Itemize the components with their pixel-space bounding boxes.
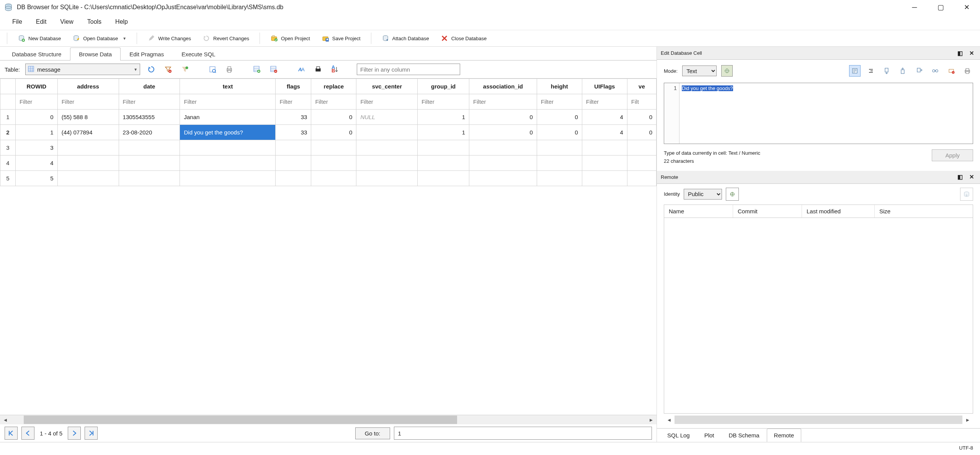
grid-cell[interactable]: 0 bbox=[469, 125, 537, 140]
column-filter-input[interactable] bbox=[184, 98, 271, 105]
mode-select[interactable]: Text bbox=[682, 65, 717, 76]
col-header[interactable]: association_id bbox=[469, 79, 537, 94]
grid-cell[interactable] bbox=[180, 171, 276, 186]
col-commit[interactable]: Commit bbox=[733, 205, 802, 218]
column-filter-input[interactable] bbox=[123, 98, 176, 105]
grid-cell[interactable]: 0 bbox=[627, 125, 656, 140]
grid-cell[interactable]: 1 bbox=[418, 110, 469, 125]
undock-button[interactable]: ◧ bbox=[956, 49, 965, 58]
grid-cell[interactable] bbox=[356, 155, 418, 171]
rtl-view-button[interactable] bbox=[865, 65, 877, 77]
grid-cell[interactable]: 0 bbox=[469, 110, 537, 125]
chevron-down-icon[interactable]: ▼ bbox=[122, 36, 126, 41]
write-changes-button[interactable]: Write Changes bbox=[142, 33, 196, 44]
data-grid[interactable]: ROWIDaddressdatetextflagsreplacesvc_cent… bbox=[0, 78, 657, 415]
menu-help[interactable]: Help bbox=[110, 17, 133, 27]
grid-cell[interactable] bbox=[57, 140, 119, 155]
auto-format-button[interactable] bbox=[721, 65, 733, 77]
grid-cell[interactable]: (55) 588 8 bbox=[57, 110, 119, 125]
apply-button[interactable]: Apply bbox=[932, 149, 973, 161]
print-preview-button[interactable] bbox=[207, 64, 218, 75]
clear-filters-button[interactable] bbox=[162, 64, 174, 75]
grid-cell[interactable]: 0 bbox=[537, 125, 582, 140]
menu-edit[interactable]: Edit bbox=[31, 17, 52, 27]
col-size[interactable]: Size bbox=[875, 205, 973, 218]
goto-input[interactable] bbox=[394, 427, 652, 440]
next-page-button[interactable] bbox=[68, 427, 81, 440]
column-filter-input[interactable] bbox=[62, 98, 115, 105]
tab-browse-data[interactable]: Browse Data bbox=[70, 47, 121, 61]
col-header[interactable]: replace bbox=[311, 79, 356, 94]
row-number[interactable]: 5 bbox=[0, 171, 16, 186]
grid-cell[interactable]: 1 bbox=[16, 125, 58, 140]
first-page-button[interactable] bbox=[5, 427, 18, 440]
grid-cell[interactable] bbox=[276, 140, 311, 155]
tab-db-schema[interactable]: DB Schema bbox=[722, 429, 767, 442]
last-page-button[interactable] bbox=[85, 427, 98, 440]
grid-cell[interactable] bbox=[57, 171, 119, 186]
scroll-left-icon[interactable]: ◄ bbox=[0, 417, 11, 423]
font-style-button[interactable]: AA bbox=[296, 64, 307, 75]
delete-record-button[interactable] bbox=[268, 64, 279, 75]
grid-cell[interactable] bbox=[180, 155, 276, 171]
prev-page-button[interactable] bbox=[21, 427, 34, 440]
col-header[interactable]: UIFlags bbox=[582, 79, 627, 94]
text-view-button[interactable] bbox=[849, 65, 861, 77]
row-number[interactable]: 3 bbox=[0, 140, 16, 155]
sort-button[interactable]: AB bbox=[329, 64, 341, 75]
refresh-identity-button[interactable] bbox=[726, 188, 739, 201]
grid-cell[interactable]: NULL bbox=[356, 110, 418, 125]
remote-table[interactable]: Name Commit Last modified Size bbox=[664, 205, 973, 414]
column-filter-input[interactable] bbox=[541, 98, 578, 105]
grid-cell[interactable]: 4 bbox=[582, 125, 627, 140]
grid-cell[interactable] bbox=[582, 155, 627, 171]
close-button[interactable]: ✕ bbox=[960, 1, 973, 14]
grid-cell[interactable] bbox=[276, 171, 311, 186]
col-modified[interactable]: Last modified bbox=[802, 205, 875, 218]
close-panel-button[interactable]: ✕ bbox=[967, 172, 976, 182]
cell-editor[interactable]: 1 Did you get the goods? bbox=[664, 83, 973, 144]
grid-cell[interactable] bbox=[469, 155, 537, 171]
grid-cell[interactable] bbox=[356, 140, 418, 155]
print-button[interactable] bbox=[224, 64, 235, 75]
column-filter-input[interactable] bbox=[473, 98, 533, 105]
grid-cell[interactable] bbox=[418, 140, 469, 155]
grid-cell[interactable] bbox=[356, 171, 418, 186]
grid-cell[interactable] bbox=[627, 155, 656, 171]
new-database-button[interactable]: New Database bbox=[13, 33, 66, 44]
grid-cell[interactable]: 4 bbox=[16, 155, 58, 171]
grid-cell[interactable] bbox=[311, 171, 356, 186]
grid-cell[interactable] bbox=[469, 140, 537, 155]
grid-cell[interactable] bbox=[311, 140, 356, 155]
grid-cell[interactable]: 23-08-2020 bbox=[119, 125, 180, 140]
grid-cell[interactable] bbox=[537, 171, 582, 186]
export-cell-button[interactable] bbox=[881, 65, 893, 77]
row-number[interactable]: 1 bbox=[0, 110, 16, 125]
tab-remote[interactable]: Remote bbox=[767, 429, 802, 442]
add-record-button[interactable] bbox=[251, 64, 263, 75]
grid-cell[interactable] bbox=[537, 140, 582, 155]
grid-cell[interactable]: 33 bbox=[276, 110, 311, 125]
grid-cell[interactable]: 0 bbox=[537, 110, 582, 125]
tab-plot[interactable]: Plot bbox=[697, 429, 722, 442]
grid-cell[interactable] bbox=[469, 171, 537, 186]
col-header[interactable]: date bbox=[119, 79, 180, 94]
column-filter-input[interactable] bbox=[360, 98, 413, 105]
row-number[interactable]: 2 bbox=[0, 125, 16, 140]
import-cell-button[interactable] bbox=[897, 65, 909, 77]
scrollbar-thumb[interactable] bbox=[24, 416, 457, 424]
horizontal-scrollbar[interactable]: ◄ ► bbox=[0, 415, 657, 424]
minimize-button[interactable]: ─ bbox=[908, 1, 921, 14]
save-project-button[interactable]: Save Project bbox=[317, 33, 366, 44]
column-filter-input[interactable] bbox=[315, 98, 352, 105]
scroll-left-icon[interactable]: ◄ bbox=[664, 417, 675, 423]
close-panel-button[interactable]: ✕ bbox=[967, 49, 976, 58]
grid-cell[interactable]: 0 bbox=[311, 110, 356, 125]
grid-cell[interactable] bbox=[119, 155, 180, 171]
grid-cell[interactable]: (44) 077894 bbox=[57, 125, 119, 140]
grid-cell[interactable]: 0 bbox=[311, 125, 356, 140]
row-number[interactable]: 4 bbox=[0, 155, 16, 171]
column-filter-input[interactable] bbox=[279, 98, 307, 105]
grid-cell[interactable] bbox=[627, 171, 656, 186]
grid-cell[interactable]: 33 bbox=[276, 125, 311, 140]
